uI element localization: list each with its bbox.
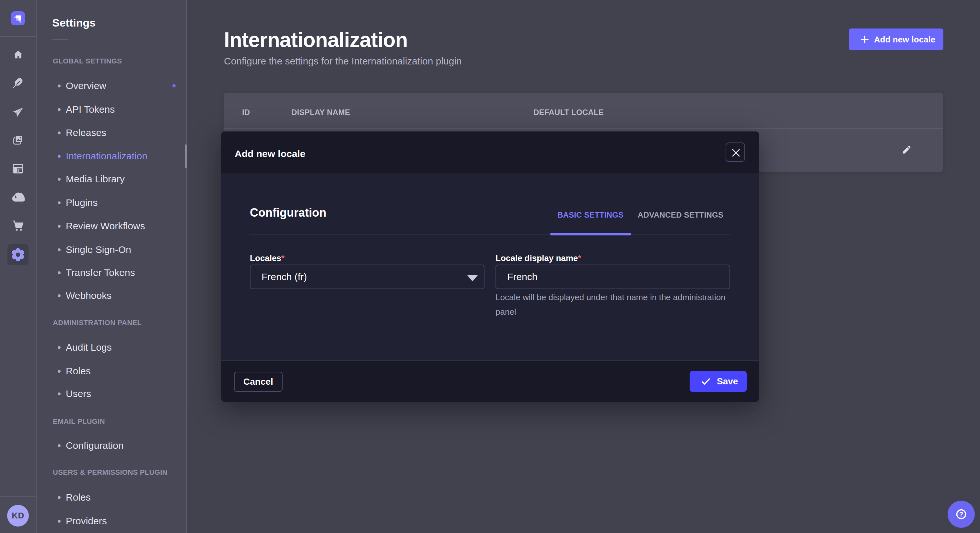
- svg-text:?: ?: [959, 510, 964, 518]
